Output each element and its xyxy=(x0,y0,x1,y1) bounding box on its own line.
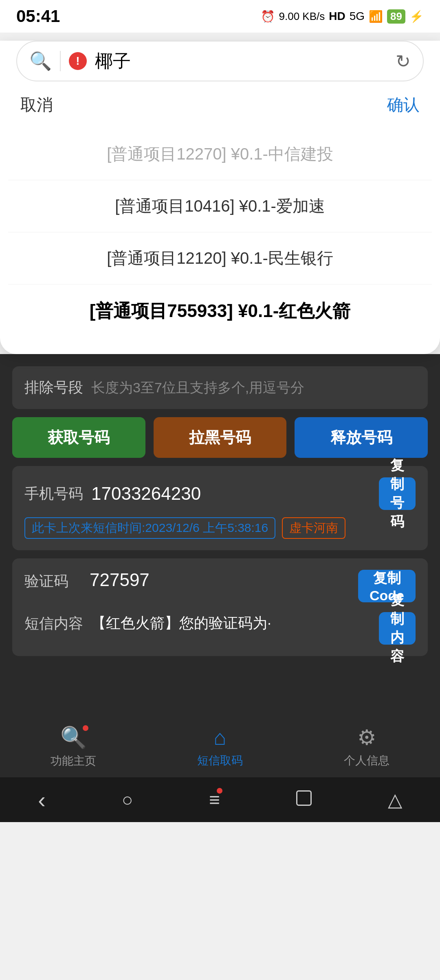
dropdown-item-1[interactable]: [普通项目10416] ¥0.1-爱加速 xyxy=(8,180,432,232)
profile-icon: ⚙ xyxy=(357,725,376,750)
status-icons: ⏰ 9.00 KB/s HD 5G 📶 89 ⚡ xyxy=(261,9,424,24)
speed-label: 9.00 KB/s xyxy=(279,10,325,23)
code-label: 验证码 xyxy=(24,570,81,591)
dark-section: 排除号段 长度为3至7位且支持多个,用逗号分 获取号码 拉黑号码 释放号码 手机… xyxy=(0,354,440,720)
search-input-text[interactable]: 椰子 xyxy=(95,49,387,73)
hd-icon: HD xyxy=(329,10,345,23)
dropdown-item-3[interactable]: [普通项目755933] ¥0.1-红色火箭 xyxy=(8,284,432,338)
get-number-button[interactable]: 获取号码 xyxy=(12,417,145,458)
refresh-icon[interactable]: ↻ xyxy=(396,51,411,72)
sms-time-tag: 此卡上次来短信时间:2023/12/6 上午5:38:16 xyxy=(24,517,275,539)
confirm-button[interactable]: 确认 xyxy=(387,94,420,116)
cancel-button[interactable]: 取消 xyxy=(20,94,53,116)
phone-label: 手机号码 xyxy=(24,484,83,504)
copy-code-button[interactable]: 复制Code xyxy=(358,570,416,602)
bottom-nav: 🔍 功能主页 ⌂ 短信取码 ⚙ 个人信息 xyxy=(0,720,440,777)
home-button[interactable]: △ xyxy=(388,789,402,811)
dropdown-card: 🔍 ! 椰子 ↻ 取消 确认 [普通项目12270] ¥0.1-中信建投 [普通… xyxy=(0,41,440,354)
blacklist-button[interactable]: 拉黑号码 xyxy=(154,417,287,458)
search-divider xyxy=(60,51,61,71)
charging-icon: ⚡ xyxy=(409,10,424,23)
dropdown-item-2[interactable]: [普通项目12120] ¥0.1-民生银行 xyxy=(8,232,432,284)
phone-number: 17033264230 xyxy=(91,483,371,504)
nav-sms-label: 短信取码 xyxy=(197,753,243,768)
exclude-input[interactable]: 长度为3至7位且支持多个,用逗号分 xyxy=(91,378,416,397)
nav-profile[interactable]: ⚙ 个人信息 xyxy=(344,725,389,768)
dropdown-item-0[interactable]: [普通项目12270] ¥0.1-中信建投 xyxy=(8,128,432,180)
search-button[interactable]: ○ xyxy=(122,789,133,811)
code-value: 727597 xyxy=(90,570,350,590)
alarm-icon: ⏰ xyxy=(261,10,275,23)
network-icon: 5G xyxy=(350,10,365,23)
dropdown-list: [普通项目12270] ¥0.1-中信建投 [普通项目10416] ¥0.1-爱… xyxy=(0,128,440,338)
exclude-label: 排除号段 xyxy=(24,378,83,398)
nav-sms[interactable]: ⌂ 短信取码 xyxy=(197,725,243,768)
buttons-row: 获取号码 拉黑号码 释放号码 xyxy=(12,417,428,458)
sms-label: 短信内容 xyxy=(24,612,83,634)
nav-home[interactable]: 🔍 功能主页 xyxy=(51,725,96,769)
menu-button[interactable]: ≡ xyxy=(209,789,220,811)
warning-icon: ! xyxy=(69,52,87,70)
action-row: 取消 确认 xyxy=(0,90,440,128)
back-button[interactable]: ‹ xyxy=(38,787,46,813)
recent-apps-button[interactable] xyxy=(296,790,312,810)
status-time: 05:41 xyxy=(16,7,60,26)
phone-card: 手机号码 17033264230 复制号码 此卡上次来短信时间:2023/12/… xyxy=(12,466,428,550)
home-dot xyxy=(83,725,88,731)
copy-sms-button[interactable]: 复制内容 xyxy=(379,612,416,645)
sms-icon: ⌂ xyxy=(213,725,226,750)
system-nav-bar: ‹ ○ ≡ △ xyxy=(0,777,440,822)
search-bar[interactable]: 🔍 ! 椰子 ↻ xyxy=(16,41,424,81)
battery-level: 89 xyxy=(387,9,405,24)
virtual-card-tag: 虚卡河南 xyxy=(282,517,345,539)
exclude-card: 排除号段 长度为3至7位且支持多个,用逗号分 xyxy=(12,366,428,409)
signal-icon: 📶 xyxy=(369,10,383,23)
nav-profile-label: 个人信息 xyxy=(344,753,389,768)
copy-number-button[interactable]: 复制号码 xyxy=(379,477,416,510)
home-function-icon: 🔍 xyxy=(60,725,87,750)
search-icon: 🔍 xyxy=(29,50,52,72)
release-button[interactable]: 释放号码 xyxy=(295,417,428,458)
recent-icon xyxy=(296,790,312,806)
code-sms-card: 验证码 727597 复制Code 短信内容 【红色火箭】您的验证码为· 复制内… xyxy=(12,558,428,656)
status-bar: 05:41 ⏰ 9.00 KB/s HD 5G 📶 89 ⚡ xyxy=(0,0,440,33)
nav-home-label: 功能主页 xyxy=(51,753,96,769)
sms-value: 【红色火箭】您的验证码为· xyxy=(91,612,371,634)
